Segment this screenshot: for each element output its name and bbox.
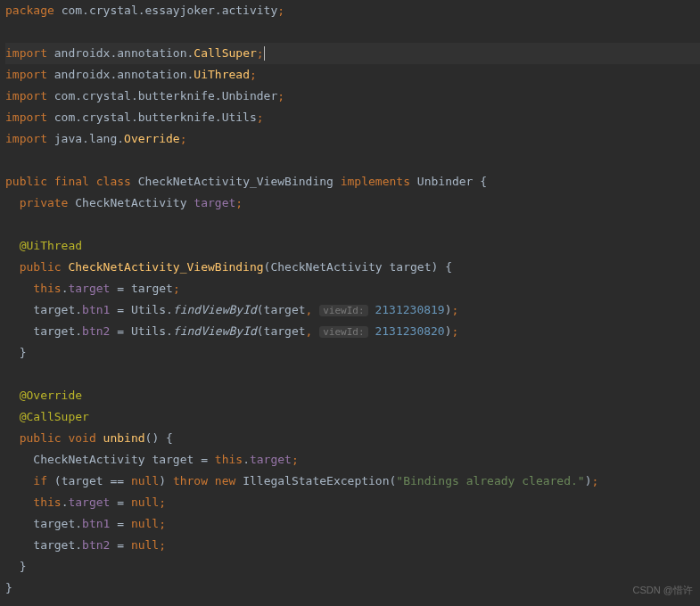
code-line: package com.crystal.essayjoker.activity;	[5, 0, 700, 21]
code-line: CheckNetActivity target = this.target;	[5, 449, 700, 471]
code-line: }	[5, 556, 700, 577]
code-line: }	[5, 342, 700, 364]
blank-line	[5, 21, 700, 43]
code-line: target.btn1 = null;	[5, 513, 700, 535]
code-line: @UiThread	[5, 235, 700, 257]
code-line: @CallSuper	[5, 406, 700, 428]
code-line: target.btn1 = Utils.findViewById(target,…	[5, 299, 700, 321]
code-line: import com.crystal.butterknife.Utils;	[5, 107, 700, 128]
keyword-import: import	[5, 46, 47, 60]
code-line: public final class CheckNetActivity_View…	[5, 171, 700, 192]
code-line: @Override	[5, 385, 700, 406]
code-line: target.btn2 = Utils.findViewById(target,…	[5, 321, 700, 342]
code-editor[interactable]: package com.crystal.essayjoker.activity;…	[0, 0, 700, 599]
code-line: public CheckNetActivity_ViewBinding(Chec…	[5, 257, 700, 278]
code-line: if (target == null) throw new IllegalSta…	[5, 471, 700, 492]
method-call: findViewById	[173, 303, 257, 316]
code-line: public void unbind() {	[5, 428, 700, 449]
class-name: CheckNetActivity_ViewBinding	[138, 175, 334, 188]
package-path: com.crystal.essayjoker.activity	[62, 4, 278, 17]
keyword-package: package	[5, 4, 54, 17]
code-line: }	[5, 577, 700, 599]
code-line: import java.lang.Override;	[5, 128, 700, 150]
method-name: unbind	[103, 431, 145, 445]
number-literal: 2131230819	[375, 303, 444, 316]
string-literal: "Bindings already cleared."	[396, 474, 584, 487]
annotation: @UiThread	[20, 239, 82, 252]
import-class: CallSuper	[194, 46, 256, 60]
watermark: CSDN @惜许	[633, 579, 693, 601]
parameter-hint: viewId:	[319, 305, 367, 316]
blank-line	[5, 150, 700, 171]
code-line: import com.crystal.butterknife.Unbinder;	[5, 86, 700, 107]
code-line: import androidx.annotation.UiThread;	[5, 64, 700, 86]
blank-line	[5, 364, 700, 385]
text-cursor	[264, 46, 265, 61]
constructor-name: CheckNetActivity_ViewBinding	[68, 260, 263, 274]
field-name: target	[194, 196, 235, 209]
code-line: target.btn2 = null;	[5, 535, 700, 556]
blank-line	[5, 214, 700, 235]
code-line-active: import androidx.annotation.CallSuper;	[5, 43, 700, 64]
code-line: private CheckNetActivity target;	[5, 192, 700, 214]
code-line: this.target = null;	[5, 492, 700, 513]
code-line: this.target = target;	[5, 278, 700, 299]
